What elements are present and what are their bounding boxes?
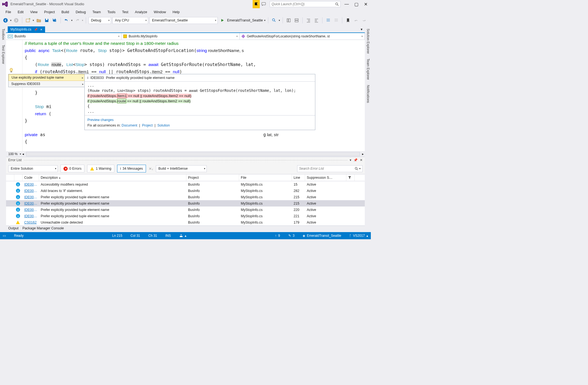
document-tab-label: MyStopInfo.cs [10,28,31,31]
pkg-console-tab[interactable]: Package Manager Console [23,226,64,232]
menu-project[interactable]: Project [42,9,58,15]
bookmark-button[interactable] [345,17,351,24]
menu-window[interactable]: Window [151,9,169,15]
table-row[interactable]: iIDE0033Prefer explicitly provided tuple… [6,194,365,200]
redo-button[interactable] [74,17,81,24]
fix-solution-link[interactable]: Solution [158,123,170,127]
info-icon: i [87,76,88,80]
status-ch: Ch 31 [148,234,157,238]
scroll-right[interactable]: ▸ [361,152,365,156]
undo-drop[interactable]: ▾ [71,19,73,22]
menu-analyze[interactable]: Analyze [132,9,150,15]
uncomment-button[interactable] [333,17,339,24]
comment-button[interactable] [325,17,332,24]
find-button[interactable] [271,17,277,24]
btn-c[interactable]: ⤺ [353,17,359,24]
status-branch[interactable]: ᚶ VS2017 ▴ [349,234,368,238]
new-project-button[interactable] [25,17,31,24]
close-tab-icon[interactable]: ✕ [40,28,42,31]
zoom-level[interactable]: 100 % [6,152,20,156]
minimize-button[interactable]: — [344,2,349,7]
menu-help[interactable]: Help [170,9,183,15]
filter-icon[interactable] [346,174,355,181]
output-tab[interactable]: Output [8,226,19,232]
menu-debug[interactable]: Debug [73,9,89,15]
config-combo[interactable]: Debug [89,17,111,24]
publish-icon[interactable]: ▴ [179,234,186,238]
quick-action-suppress[interactable]: Suppress IDE0033▸ [9,81,86,87]
menu-tools[interactable]: Tools [105,9,118,15]
doc-dropdown[interactable]: ▾ [358,26,365,32]
menu-team[interactable]: Team [90,9,104,15]
errlist-dropdown[interactable]: ▾ [350,158,351,162]
undo-button[interactable] [63,17,70,24]
new-project-drop[interactable]: ▾ [33,19,34,22]
nav-type-combo[interactable]: BusInfo.MyStopInfo▾ [122,33,240,40]
error-search-input[interactable]: ▾ [297,165,363,172]
find-drop[interactable]: ▾ [279,19,280,22]
error-mode-combo[interactable]: Build + IntelliSense [156,165,207,172]
table-row[interactable]: iIDE0033Prefer explicitly provided tuple… [6,207,365,213]
run-drop[interactable]: ▾ [264,19,266,22]
preview-changes-link[interactable]: Preview changes [87,118,114,122]
btn-b[interactable] [293,17,300,24]
menu-edit[interactable]: Edit [15,9,26,15]
errlist-close[interactable]: ✕ [360,158,363,162]
close-button[interactable]: ✕ [364,2,368,7]
menu-build[interactable]: Build [59,9,72,15]
quick-action-use-tuple-name[interactable]: Use explicitly provided tuple name▸ [9,74,86,81]
menu-test[interactable]: Test [119,9,131,15]
menu-file[interactable]: File [3,9,14,15]
btn-a[interactable] [285,17,292,24]
errlist-pin[interactable]: 📌 [354,158,358,162]
tool-window-notifications[interactable]: Notifications [365,82,371,105]
start-debug-label[interactable]: EmeraldTransit_Seattle [227,18,263,22]
status-changes[interactable]: ✎ 3 [288,234,295,238]
error-scope-combo[interactable]: Entire Solution [8,165,58,172]
status-ln: Ln 215 [112,234,122,238]
scroll-left[interactable]: ◂ [21,152,25,156]
pin-icon[interactable]: 📌 [34,28,37,31]
btn-d[interactable]: ⤻ [361,17,367,24]
nav-scope-combo[interactable]: C# BusInfo▾ [6,33,122,40]
maximize-button[interactable]: ▢ [354,2,358,7]
table-header[interactable]: Code Description ▴ Project File Line Sup… [6,174,365,181]
horizontal-scrollbar[interactable] [26,152,360,156]
lightbulb-icon[interactable] [9,68,14,73]
tool-window-team-explorer[interactable]: Team Explorer [365,56,371,82]
vs-logo-icon [2,1,8,7]
nav-member-combo[interactable]: GetRouteAndStopForLocation(string routeS… [240,33,365,40]
tool-window-toolbox[interactable]: Toolbox [0,26,6,42]
table-row[interactable]: iIDE0011Add braces to 'if' statement.Bus… [6,188,365,194]
nav-back-button[interactable] [2,17,9,24]
open-file-button[interactable] [35,17,42,24]
tool-window-test-explorer[interactable]: Test Explorer [0,42,6,67]
status-outgoing[interactable]: ↑ 9 [275,234,280,238]
status-repo[interactable]: ◈ EmeraldTransit_Seattle [303,234,341,238]
start-debug-button[interactable] [219,17,226,24]
nav-back-drop[interactable]: ▾ [10,19,12,22]
save-all-button[interactable] [51,17,58,24]
warnings-filter-button[interactable]: 1 Warning [87,165,114,172]
indent-less[interactable] [305,17,312,24]
fix-project-link[interactable]: Project [142,123,153,127]
table-row[interactable]: iIDE0033Prefer explicitly provided tuple… [6,213,365,219]
messages-filter-button[interactable]: i34 Messages [117,165,146,172]
search-icon [355,167,358,170]
document-tab[interactable]: MyStopInfo.cs 📌 ✕ [8,26,45,32]
fix-document-link[interactable]: Document [122,123,137,127]
svg-rect-0 [262,2,266,5]
feedback-icon[interactable] [260,2,267,7]
platform-combo[interactable]: Any CPU [112,17,148,24]
startup-combo[interactable]: EmeraldTransit_Seattle [150,17,218,24]
table-row[interactable]: CS0162Unreachable code detectedBusInfoMy… [6,219,365,226]
tool-window-solution-explorer[interactable]: Solution Explorer [365,26,371,56]
menu-view[interactable]: View [27,9,40,15]
indent-more[interactable] [313,17,320,24]
save-button[interactable] [43,17,50,24]
notification-flag-icon[interactable] [253,0,260,8]
quick-launch-input[interactable] [270,1,341,7]
table-row[interactable]: iIDE0040Accessibility modifiers required… [6,181,365,188]
errors-filter-button[interactable]: ✕0 Errors [60,165,84,172]
table-row[interactable]: iIDE0033Prefer explicitly provided tuple… [6,200,365,207]
